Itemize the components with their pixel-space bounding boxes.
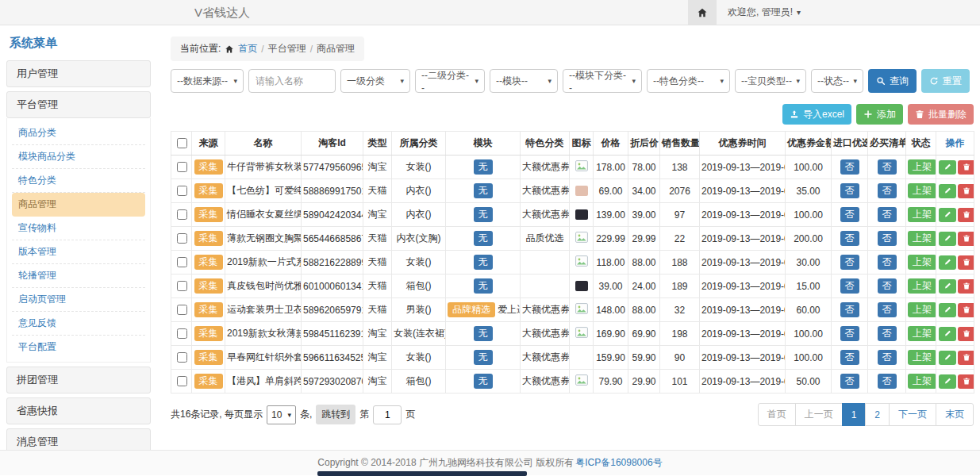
row-checkbox[interactable] (177, 281, 187, 291)
module-badge[interactable]: 无 (474, 350, 493, 364)
must-buy-toggle-badge[interactable]: 否 (878, 255, 897, 269)
sidebar-subitem-promo-material[interactable]: 宣传物料 (12, 217, 145, 240)
module-badge[interactable]: 无 (474, 255, 493, 269)
sidebar-subitem-module-goods-category[interactable]: 模块商品分类 (12, 145, 145, 169)
must-buy-toggle-badge[interactable]: 否 (878, 231, 897, 245)
reset-button[interactable]: 重置 (921, 69, 970, 93)
sidebar-subitem-splash-manage[interactable]: 启动页管理 (12, 288, 145, 312)
status-badge[interactable]: 上架 (908, 207, 936, 221)
delete-button[interactable] (958, 351, 974, 365)
filter-select-item-type[interactable]: --宝贝类型--▾ (735, 69, 806, 93)
filter-select-level2-category[interactable]: --二级分类--▾ (415, 69, 485, 93)
sidebar-subitem-version-manage[interactable]: 版本管理 (12, 240, 145, 264)
delete-button[interactable] (958, 184, 974, 198)
status-badge[interactable]: 上架 (908, 278, 936, 293)
imported-toggle-badge[interactable]: 否 (840, 326, 859, 340)
row-checkbox[interactable] (177, 376, 187, 386)
page-button[interactable]: 上一页 (795, 403, 843, 426)
edit-button[interactable] (939, 279, 956, 294)
row-checkbox[interactable] (177, 233, 187, 244)
module-badge[interactable]: 无 (474, 207, 493, 221)
imported-toggle-badge[interactable]: 否 (840, 302, 859, 317)
imported-toggle-badge[interactable]: 否 (840, 183, 859, 198)
filter-select-status[interactable]: --状态--▾ (811, 69, 863, 93)
module-badge[interactable]: 无 (474, 278, 493, 293)
module-badge[interactable]: 品牌精选 (448, 302, 495, 317)
must-buy-toggle-badge[interactable]: 否 (878, 159, 897, 174)
imported-toggle-badge[interactable]: 否 (840, 374, 859, 388)
status-badge[interactable]: 上架 (908, 326, 936, 340)
page-button[interactable]: 下一页 (889, 403, 936, 426)
row-checkbox[interactable] (177, 209, 187, 220)
filter-select-data-source[interactable]: --数据来源--▾ (171, 69, 244, 93)
page-button[interactable]: 2 (865, 403, 890, 426)
horizontal-scrollbar-thumb[interactable] (317, 471, 527, 476)
jump-button[interactable]: 跳转到 (316, 405, 355, 424)
edit-button[interactable] (939, 160, 956, 175)
filter-select-module[interactable]: --模块--▾ (490, 69, 558, 93)
sidebar-subitem-platform-config[interactable]: 平台配置 (12, 336, 145, 359)
imported-toggle-badge[interactable]: 否 (840, 350, 859, 364)
icp-link[interactable]: 粤ICP备16098006号 (575, 456, 662, 470)
page-button[interactable]: 1 (842, 403, 867, 426)
delete-button[interactable] (958, 208, 974, 222)
edit-button[interactable] (939, 351, 956, 365)
sidebar-subitem-goods-category[interactable]: 商品分类 (12, 121, 145, 145)
delete-button[interactable] (958, 327, 974, 341)
row-checkbox[interactable] (177, 328, 187, 339)
delete-button[interactable] (958, 232, 974, 246)
sidebar-item-express-news[interactable]: 省惠快报 (6, 397, 151, 424)
sidebar-subitem-goods-manage[interactable]: 商品管理 (12, 193, 145, 217)
must-buy-toggle-badge[interactable]: 否 (878, 374, 897, 388)
select-all-checkbox[interactable] (177, 138, 187, 148)
module-badge[interactable]: 无 (474, 374, 493, 388)
must-buy-toggle-badge[interactable]: 否 (878, 326, 897, 340)
edit-button[interactable] (939, 255, 956, 270)
row-checkbox[interactable] (177, 186, 187, 196)
sidebar-item-user[interactable]: 用户管理 (6, 60, 151, 87)
status-badge[interactable]: 上架 (908, 374, 936, 388)
edit-button[interactable] (939, 232, 956, 246)
status-badge[interactable]: 上架 (908, 231, 936, 245)
imported-toggle-badge[interactable]: 否 (840, 159, 859, 174)
sidebar-subitem-feature-category[interactable]: 特色分类 (12, 169, 145, 193)
filter-select-level1-category[interactable]: 一级分类▾ (340, 69, 410, 93)
name-search-input[interactable] (248, 69, 336, 93)
edit-button[interactable] (939, 303, 956, 317)
must-buy-toggle-badge[interactable]: 否 (878, 302, 897, 317)
delete-button[interactable] (958, 374, 974, 389)
module-badge[interactable]: 无 (474, 231, 493, 245)
must-buy-toggle-badge[interactable]: 否 (878, 278, 897, 293)
must-buy-toggle-badge[interactable]: 否 (878, 350, 897, 364)
sidebar-item-platform[interactable]: 平台管理 (6, 91, 151, 118)
page-button[interactable]: 末页 (936, 403, 974, 426)
edit-button[interactable] (939, 374, 956, 389)
imported-toggle-badge[interactable]: 否 (840, 255, 859, 269)
status-badge[interactable]: 上架 (908, 255, 936, 269)
module-badge[interactable]: 无 (474, 183, 493, 198)
sidebar-item-message[interactable]: 消息管理 (6, 428, 151, 450)
imported-toggle-badge[interactable]: 否 (840, 278, 859, 293)
filter-select-module-sub-category[interactable]: --模块下分类--▾ (563, 69, 642, 93)
delete-button[interactable] (958, 303, 974, 317)
imported-toggle-badge[interactable]: 否 (840, 231, 859, 245)
row-checkbox[interactable] (177, 305, 187, 315)
batch-delete-button[interactable]: 批量删除 (908, 104, 974, 125)
home-button[interactable] (688, 0, 717, 25)
filter-select-feature-category[interactable]: --特色分类--▾ (647, 69, 730, 93)
import-excel-button[interactable]: 导入excel (782, 104, 851, 125)
status-badge[interactable]: 上架 (908, 159, 936, 174)
per-page-select[interactable]: 10 ▾ (267, 405, 296, 424)
status-badge[interactable]: 上架 (908, 302, 936, 317)
row-checkbox[interactable] (177, 257, 187, 267)
edit-button[interactable] (939, 208, 956, 222)
status-badge[interactable]: 上架 (908, 350, 936, 364)
edit-button[interactable] (939, 327, 956, 341)
sidebar-item-groupbuy[interactable]: 拼团管理 (6, 367, 151, 393)
module-badge[interactable]: 无 (474, 326, 493, 340)
imported-toggle-badge[interactable]: 否 (840, 207, 859, 221)
status-badge[interactable]: 上架 (908, 183, 936, 198)
delete-button[interactable] (958, 255, 974, 270)
row-checkbox[interactable] (177, 162, 187, 172)
must-buy-toggle-badge[interactable]: 否 (878, 207, 897, 221)
